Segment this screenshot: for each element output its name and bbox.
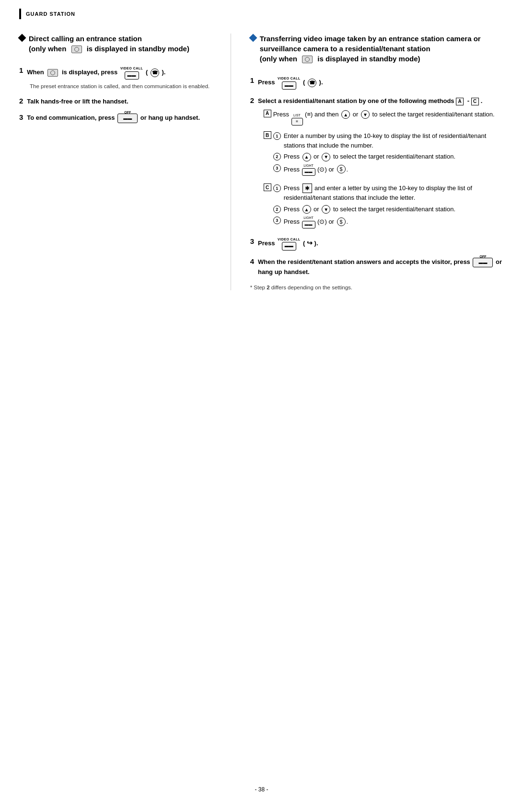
step-number: 2 xyxy=(19,97,23,105)
down-icon-c: ▼ xyxy=(322,205,330,214)
left-section-title: Direct calling an entrance station (only… xyxy=(29,34,189,54)
method-b-header: B 1 Enter a number by using the 10-key t… xyxy=(264,131,504,178)
light-button-icon: LIGHT ▬▬ xyxy=(302,163,315,176)
right-section-header: Transferring video image taken by an ent… xyxy=(250,34,504,70)
off-button-icon-4: OFF ▬▬ xyxy=(473,258,493,267)
step-sub-note: The preset entrance station is called, a… xyxy=(30,82,221,90)
video-call-button-icon: VIDEO CALL ▬▬ xyxy=(278,76,300,90)
footnote: * Step 2 differs depending on the settin… xyxy=(250,285,504,290)
c-substep-1-text: Press ✱ and enter a letter by using the … xyxy=(284,183,504,203)
b-substep-3: 3 Press LIGHT ▬▬ (⊙) or $. xyxy=(273,163,504,176)
circled-2c: 2 xyxy=(273,206,281,213)
c-substep-3: 3 Press LIGHT ▬▬ (⊙) or $. xyxy=(273,216,504,229)
circled-3c: 3 xyxy=(273,217,281,224)
circled-1: 1 xyxy=(273,132,281,140)
handset-icon: ↪ xyxy=(307,239,313,247)
b-substep-2: 2 Press ▲ or ▼ to select the target resi… xyxy=(273,152,504,161)
step-number: 4 xyxy=(250,257,254,265)
b-substep-3-text: Press LIGHT ▬▬ (⊙) or $. xyxy=(284,163,349,176)
step-number: 1 xyxy=(250,76,254,84)
step-number: 1 xyxy=(19,66,23,74)
down-icon: ▼ xyxy=(322,153,330,161)
b-substep-1-text: Enter a number by using the 10-key to di… xyxy=(284,131,504,150)
right-step-3: 3 Press VIDEO CALL ▬▬ ( ↪ ). xyxy=(250,237,504,251)
c-substep-1: 1 Press ✱ and enter a letter by using th… xyxy=(273,183,504,203)
left-section-header: Direct calling an entrance station (only… xyxy=(19,34,221,60)
header-title: GUARD STATION xyxy=(26,11,75,17)
up-icon: ▲ xyxy=(302,153,311,161)
video-call-button-icon-3: VIDEO CALL ▬▬ xyxy=(278,237,300,251)
video-call-button-icon: VIDEO CALL ▬▬ xyxy=(120,66,143,80)
camera-icon-right xyxy=(302,56,313,63)
camera-icon xyxy=(71,46,82,53)
method-a-text: Press LIST ≡ (≡) and then ▲ or ▼ to sele… xyxy=(273,110,495,126)
up-icon-c: ▲ xyxy=(302,205,311,214)
c-substep-2: 2 Press ▲ or ▼ to select the target resi… xyxy=(273,205,504,214)
step-text: Press VIDEO CALL ▬▬ ( ☎ ). xyxy=(258,76,323,90)
b-substep-1: 1 Enter a number by using the 10-key to … xyxy=(273,131,504,150)
diamond-blue-icon xyxy=(249,34,257,42)
step-text: When the resident/tenant station answers… xyxy=(258,257,504,277)
circled-2: 2 xyxy=(273,153,281,160)
b-substep-2-text: Press ▲ or ▼ to select the target reside… xyxy=(284,152,455,161)
method-a: A Press LIST ≡ (≡) and then ▲ or ▼ to se… xyxy=(264,110,504,126)
c-substep-3-text: Press LIGHT ▬▬ (⊙) or $. xyxy=(284,216,349,229)
right-column: Transferring video image taken by an ent… xyxy=(245,34,504,290)
right-step-2: 2 Select a residential/tenant station by… xyxy=(250,96,504,230)
method-c-header: C 1 Press ✱ and enter a letter by using … xyxy=(264,183,504,230)
step-text: When is displayed, press VIDEO CALL ▬▬ (… xyxy=(27,66,165,80)
right-step-4: 4 When the resident/tenant station answe… xyxy=(250,257,504,277)
right-step-1: 1 Press VIDEO CALL ▬▬ ( ☎ ). xyxy=(250,76,504,90)
page-header: GUARD STATION xyxy=(0,0,523,24)
method-a-header: A Press LIST ≡ (≡) and then ▲ or ▼ to se… xyxy=(264,110,504,126)
letter-c-box: C xyxy=(471,98,479,105)
step-text: Press VIDEO CALL ▬▬ ( ↪ ). xyxy=(258,237,318,251)
down-circle: ▼ xyxy=(361,110,370,119)
up-circle: ▲ xyxy=(341,110,350,119)
step-text: To end communication, press OFF ▬▬ or ha… xyxy=(27,113,200,124)
letter-a: A xyxy=(264,110,271,117)
s-circle-c: $ xyxy=(337,217,346,226)
letter-c: C xyxy=(264,183,271,191)
main-content: Direct calling an entrance station (only… xyxy=(0,24,523,309)
camera-icon-small xyxy=(47,69,58,77)
step-text: Select a residential/tenant station by o… xyxy=(258,96,482,106)
step-number: 2 xyxy=(250,96,254,104)
off-button-icon: OFF ▬▬ xyxy=(117,114,138,123)
page-number: - 38 - xyxy=(255,786,268,793)
phone-circle-icon: ☎ xyxy=(151,69,159,77)
method-b: B 1 Enter a number by using the 10-key t… xyxy=(264,131,504,178)
right-section-title: Transferring video image taken by an ent… xyxy=(260,34,504,64)
header-bar xyxy=(19,9,21,19)
step-number: 3 xyxy=(250,237,254,245)
c-substep-2-text: Press ▲ or ▼ to select the target reside… xyxy=(284,205,455,214)
left-step-1: 1 When is displayed, press VIDEO CALL ▬▬… xyxy=(19,66,221,90)
phone-circle-icon: ☎ xyxy=(308,79,316,87)
circled-1c: 1 xyxy=(273,184,281,192)
light-button-icon-c: LIGHT ▬▬ xyxy=(302,216,315,229)
list-button-icon: LIST ≡ xyxy=(291,113,303,126)
method-c: C 1 Press ✱ and enter a letter by using … xyxy=(264,183,504,230)
left-column: Direct calling an entrance station (only… xyxy=(19,34,231,290)
page-footer: - 38 - xyxy=(245,777,278,802)
left-step-2: 2 Talk hands-free or lift the handset. xyxy=(19,97,221,106)
diamond-icon xyxy=(18,34,26,42)
circled-3: 3 xyxy=(273,164,281,172)
step-text: Talk hands-free or lift the handset. xyxy=(27,97,128,106)
letter-a-box: A xyxy=(456,98,464,105)
star-button-icon: ✱ xyxy=(302,183,312,193)
left-step-3: 3 To end communication, press OFF ▬▬ or … xyxy=(19,113,221,124)
step-number: 3 xyxy=(19,113,23,121)
letter-b: B xyxy=(264,131,271,139)
s-circle: $ xyxy=(337,165,346,173)
